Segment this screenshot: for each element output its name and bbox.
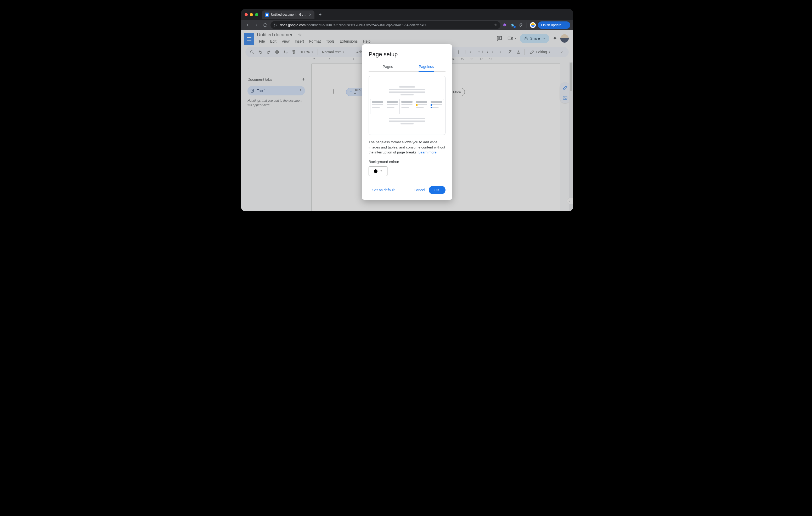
bookmark-star-icon[interactable]: ☆ (494, 23, 497, 27)
dialog-tabs: Pages Pageless (369, 62, 445, 72)
ok-button[interactable]: OK (429, 186, 445, 194)
extensions-menu-icon[interactable] (518, 22, 523, 28)
reload-button[interactable] (262, 22, 269, 29)
nav-forward-button[interactable] (253, 22, 260, 29)
more-menu-icon[interactable]: ⋮ (563, 23, 567, 27)
content-area: Untitled document ☆ File Edit View Inser… (241, 30, 573, 211)
browser-tab[interactable]: Untitled document - Google D… ✕ (262, 10, 314, 19)
nav-back-button[interactable] (244, 22, 251, 29)
browser-window: Untitled document - Google D… ✕ + docs.g… (241, 9, 573, 211)
close-window-button[interactable] (244, 13, 248, 16)
svg-point-0 (274, 24, 275, 24)
tab-close-icon[interactable]: ✕ (309, 12, 312, 17)
colour-swatch-icon (374, 170, 377, 173)
extension-2-icon[interactable]: ◉ (510, 22, 516, 28)
learn-more-link[interactable]: Learn more (418, 150, 437, 154)
extension-1-icon[interactable]: ✱ (502, 22, 508, 28)
address-bar[interactable]: docs.google.com/document/d/10nCs-27csd3s… (270, 21, 500, 29)
background-colour-picker[interactable]: ▼ (369, 166, 387, 176)
svg-point-2 (274, 26, 275, 26)
finish-update-label: Finish update (541, 23, 561, 27)
dialog-title: Page setup (369, 51, 445, 58)
cancel-button[interactable]: Cancel (410, 186, 429, 194)
tab-strip: Untitled document - Google D… ✕ + (241, 9, 573, 20)
profile-avatar-icon[interactable] (530, 22, 536, 28)
tab-title: Untitled document - Google D… (271, 13, 307, 17)
pageless-description: The pageless format allows you to add wi… (369, 140, 445, 155)
tab-pageless[interactable]: Pageless (407, 62, 445, 71)
docs-favicon-icon (265, 12, 269, 17)
pageless-illustration (369, 76, 445, 135)
url-text: docs.google.com/document/d/10nCs-27csd3s… (280, 23, 427, 27)
fullscreen-window-button[interactable] (255, 13, 258, 16)
site-settings-icon[interactable] (273, 23, 277, 27)
extensions-row: ✱ ◉ Finish update ⋮ (502, 22, 570, 29)
set-as-default-button[interactable]: Set as default (369, 186, 399, 194)
svg-point-1 (276, 25, 277, 25)
window-controls (244, 13, 258, 16)
caret-down-icon: ▼ (380, 170, 382, 172)
page-setup-dialog: Page setup Pages Pageless (362, 44, 452, 200)
tab-pages[interactable]: Pages (369, 62, 407, 71)
new-tab-button[interactable]: + (317, 11, 324, 18)
background-colour-label: Background colour (369, 160, 445, 164)
minimize-window-button[interactable] (250, 13, 253, 16)
finish-update-button[interactable]: Finish update ⋮ (538, 22, 570, 29)
address-bar-row: docs.google.com/document/d/10nCs-27csd3s… (241, 20, 573, 30)
